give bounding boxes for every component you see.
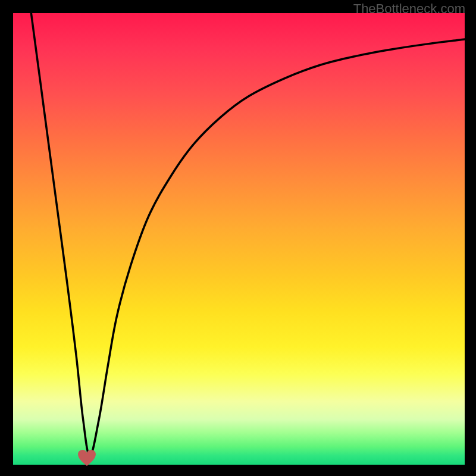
heart-marker-icon — [78, 450, 96, 466]
watermark-text: TheBottleneck.com — [353, 1, 465, 17]
plot-area — [13, 13, 465, 465]
bottleneck-curve — [31, 13, 465, 456]
curve-svg — [13, 13, 465, 465]
